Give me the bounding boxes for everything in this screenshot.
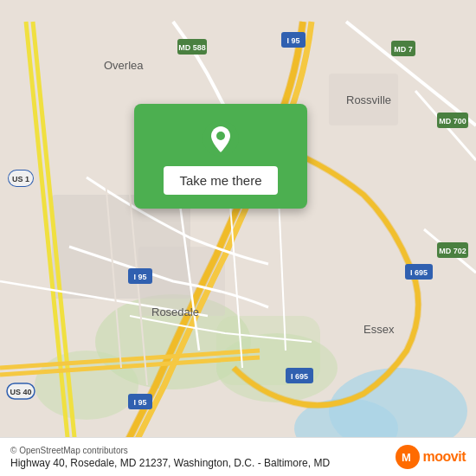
location-pin-icon (202, 119, 240, 158)
svg-text:US 1: US 1 (12, 175, 29, 183)
svg-text:MD 702: MD 702 (439, 247, 466, 255)
moovit-icon: M (396, 445, 420, 469)
take-me-there-button[interactable]: Take me there (164, 166, 277, 195)
map-svg: I 95 I 95 I 95 I 695 I 695 US 1 US 40 MD… (0, 0, 476, 476)
address-text: Highway 40, Rosedale, MD 21237, Washingt… (10, 457, 330, 469)
svg-text:MD 7: MD 7 (394, 45, 413, 54)
svg-text:Essex: Essex (363, 323, 395, 336)
svg-text:I 695: I 695 (291, 372, 308, 381)
svg-text:I 95: I 95 (133, 398, 146, 407)
moovit-logo: M moovit (396, 445, 466, 469)
location-card: Take me there (134, 104, 307, 209)
svg-text:MD 588: MD 588 (178, 43, 206, 52)
svg-text:Rossville: Rossville (346, 93, 391, 106)
svg-point-49 (216, 132, 225, 140)
osm-credit: © OpenStreetMap contributors (10, 446, 330, 455)
svg-text:Overlea: Overlea (104, 59, 144, 72)
svg-text:M: M (402, 451, 411, 464)
bottom-bar: © OpenStreetMap contributors Highway 40,… (0, 437, 476, 476)
svg-text:I 695: I 695 (410, 268, 428, 277)
moovit-logo-text: moovit (423, 449, 466, 465)
bottom-left: © OpenStreetMap contributors Highway 40,… (10, 446, 330, 469)
svg-text:I 95: I 95 (286, 36, 299, 45)
svg-text:US 40: US 40 (10, 388, 31, 396)
svg-text:I 95: I 95 (133, 273, 146, 281)
svg-text:MD 700: MD 700 (439, 117, 466, 125)
svg-text:Rosedale: Rosedale (151, 306, 199, 318)
map-container: I 95 I 95 I 95 I 695 I 695 US 1 US 40 MD… (0, 0, 476, 476)
